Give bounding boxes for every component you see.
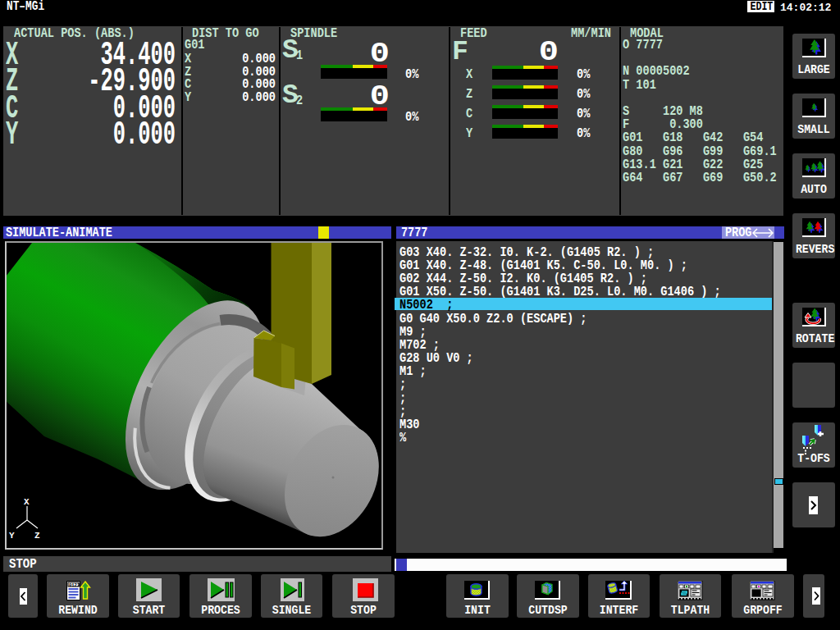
svg-text:Z: Z bbox=[34, 531, 40, 541]
svg-text:Y: Y bbox=[9, 531, 15, 541]
svg-text:0123: 0123 bbox=[69, 582, 80, 588]
svg-text:X: X bbox=[24, 497, 30, 507]
